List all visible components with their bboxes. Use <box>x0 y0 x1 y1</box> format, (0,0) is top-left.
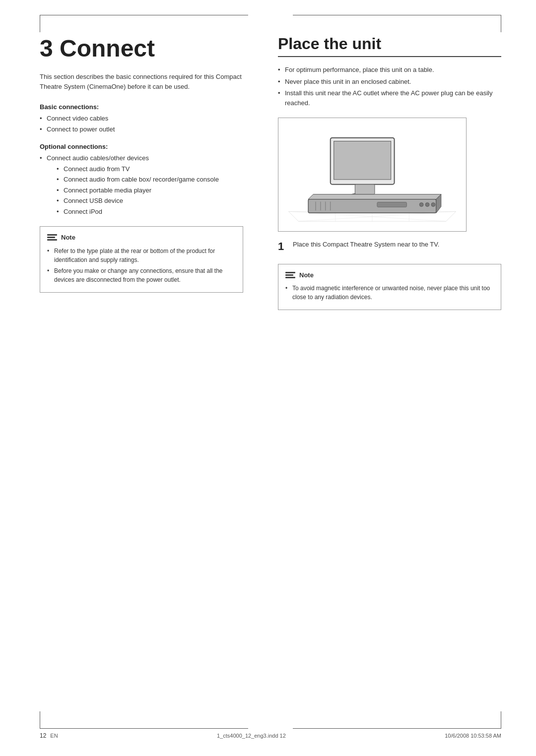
left-note-header: Note <box>47 233 236 243</box>
list-item: Connect to power outlet <box>40 125 243 134</box>
list-item: Connect video cables <box>40 114 243 124</box>
list-item: Connect audio from TV <box>57 164 243 174</box>
step-1-row: 1 Place this Compact Theatre System near… <box>278 240 501 254</box>
svg-rect-24 <box>355 185 375 194</box>
svg-line-2 <box>288 211 298 221</box>
section-number: 3 <box>40 35 53 62</box>
optional-connections-list: Connect audio cables/other devices Conne… <box>40 153 243 216</box>
list-item: Before you make or change any connection… <box>47 266 236 284</box>
note-icon-bar-1 <box>47 234 57 236</box>
footer-date-info: 10/6/2008 10:53:58 AM <box>445 733 501 739</box>
right-note-icon <box>285 272 295 278</box>
right-note-list: To avoid magnetic interference or unwant… <box>285 284 494 302</box>
left-note-label: Note <box>61 233 75 243</box>
svg-rect-10 <box>334 141 391 180</box>
right-note-box: Note To avoid magnetic interference or u… <box>278 264 501 311</box>
section-title: 3 Connect <box>40 35 243 62</box>
note-icon-bar-2 <box>285 274 293 276</box>
note-icon-bar-2 <box>47 237 55 238</box>
basic-connections-list: Connect video cables Connect to power ou… <box>40 114 243 134</box>
section-title-text: Connect <box>60 35 155 62</box>
left-column: 3 Connect This section describes the bas… <box>40 35 253 692</box>
svg-line-3 <box>446 211 456 221</box>
list-item: Connect audio from cable box/ recorder/g… <box>57 175 243 185</box>
section-header: 3 Connect <box>40 35 243 62</box>
optional-sub-list: Connect audio from TV Connect audio from… <box>47 164 243 217</box>
note-icon-bar-3 <box>285 277 295 278</box>
list-item: For optimum performance, place this unit… <box>278 65 501 75</box>
svg-point-22 <box>425 203 429 207</box>
page-number: 12 <box>40 732 46 739</box>
right-note-label: Note <box>299 270 314 280</box>
list-item: Refer to the type plate at the rear or b… <box>47 247 236 264</box>
step-1-text: Place this Compact Theatre System near t… <box>293 240 439 250</box>
list-item: Connect audio cables/other devices Conne… <box>40 153 243 216</box>
list-item: Connect USB device <box>57 196 243 206</box>
place-unit-bullets: For optimum performance, place this unit… <box>278 65 501 108</box>
illustration-svg <box>278 118 466 231</box>
page: 3 Connect This section describes the bas… <box>0 0 536 756</box>
list-item: Connect iPod <box>57 207 243 217</box>
right-section-header: Place the unit <box>278 35 501 57</box>
list-item: To avoid magnetic interference or unwant… <box>285 284 494 302</box>
footer-lang: EN <box>50 733 58 739</box>
svg-marker-14 <box>308 194 441 199</box>
left-note-list: Refer to the type plate at the rear or b… <box>47 247 236 284</box>
svg-rect-13 <box>308 199 436 213</box>
illustration-box <box>278 118 467 232</box>
right-column: Place the unit For optimum performance, … <box>273 35 501 692</box>
intro-text: This section describes the basic connect… <box>40 72 243 91</box>
place-unit-title: Place the unit <box>278 35 381 53</box>
footer-file-info: 1_cts4000_12_eng3.indd 12 <box>217 733 286 739</box>
footer: 12 EN 1_cts4000_12_eng3.indd 12 10/6/200… <box>40 732 501 739</box>
list-item: Connect portable media player <box>57 186 243 195</box>
right-note-header: Note <box>285 270 494 280</box>
svg-point-23 <box>431 203 435 207</box>
note-icon-bar-3 <box>47 239 57 241</box>
left-note-box: Note Refer to the type plate at the rear… <box>40 226 243 293</box>
note-icon <box>47 234 57 241</box>
svg-point-21 <box>419 203 423 207</box>
note-icon-bar-1 <box>285 272 295 273</box>
list-item: Never place this unit in an enclosed cab… <box>278 77 501 87</box>
step-1-number: 1 <box>278 240 288 254</box>
svg-rect-20 <box>377 202 406 207</box>
basic-connections-heading: Basic connections: <box>40 103 243 111</box>
list-item: Install this unit near the AC outlet whe… <box>278 88 501 108</box>
footer-left: 12 EN <box>40 732 58 739</box>
optional-connections-heading: Optional connections: <box>40 143 243 150</box>
content: 3 Connect This section describes the bas… <box>40 35 501 692</box>
